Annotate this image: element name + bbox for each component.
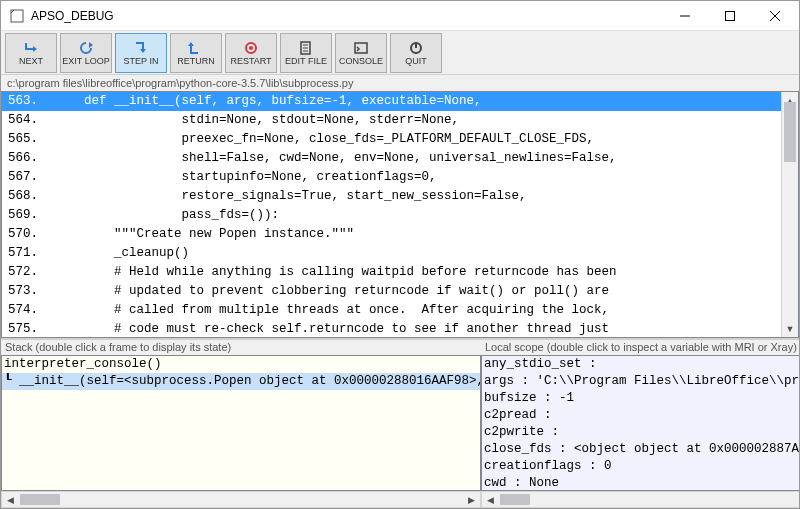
code-line[interactable]: 563. def __init__(self, args, bufsize=-1… (2, 92, 781, 111)
line-number: 567. (2, 168, 54, 187)
next-button[interactable]: NEXT (5, 33, 57, 73)
scope-variable[interactable]: creationflags : 0 (484, 458, 800, 475)
svg-marker-8 (188, 42, 194, 46)
line-number: 568. (2, 187, 54, 206)
restart-button[interactable]: RESTART (225, 33, 277, 73)
svg-point-10 (249, 46, 253, 50)
line-number: 564. (2, 111, 54, 130)
stack-frame[interactable]: ┖ __init__(self=<subprocess.Popen object… (2, 373, 480, 390)
svg-marker-5 (33, 46, 37, 52)
code-line[interactable]: 564. stdin=None, stdout=None, stderr=Non… (2, 111, 781, 130)
scope-variable[interactable]: cwd : None (484, 475, 800, 491)
scroll-thumb[interactable] (500, 494, 530, 505)
scroll-thumb[interactable] (784, 102, 796, 162)
toolbar-button-label: EXIT LOOP (62, 57, 109, 66)
line-text: startupinfo=None, creationflags=0, (54, 168, 781, 187)
stack-panel: Stack (double click a frame to display i… (1, 340, 481, 508)
console-icon (353, 40, 369, 56)
scope-variable[interactable]: c2pread : (484, 407, 800, 424)
svg-marker-6 (89, 42, 93, 48)
line-number: 573. (2, 282, 54, 301)
line-number: 571. (2, 244, 54, 263)
toolbar: NEXTEXIT LOOPSTEP INRETURNRESTARTEDIT FI… (1, 31, 799, 75)
exit-loop-icon (78, 40, 94, 56)
app-icon (9, 8, 25, 24)
toolbar-button-label: STEP IN (124, 57, 159, 66)
return-icon (188, 40, 204, 56)
scroll-thumb[interactable] (20, 494, 60, 505)
line-text: # called from multiple threads at once. … (54, 301, 781, 320)
line-text: _cleanup() (54, 244, 781, 263)
line-number: 572. (2, 263, 54, 282)
title-bar: APSO_DEBUG (1, 1, 799, 31)
code-line[interactable]: 571. _cleanup() (2, 244, 781, 263)
line-text: preexec_fn=None, close_fds=_PLATFORM_DEF… (54, 130, 781, 149)
line-text: def __init__(self, args, bufsize=-1, exe… (54, 92, 781, 111)
step-in-button[interactable]: STEP IN (115, 33, 167, 73)
code-line[interactable]: 567. startupinfo=None, creationflags=0, (2, 168, 781, 187)
scope-panel: Local scope (double click to inspect a v… (481, 340, 800, 508)
scope-variable[interactable]: any_stdio_set : (484, 356, 800, 373)
line-text: # updated to prevent clobbering returnco… (54, 282, 781, 301)
restart-icon (243, 40, 259, 56)
stack-panel-title: Stack (double click a frame to display i… (1, 340, 481, 355)
next-icon (23, 40, 39, 56)
code-line[interactable]: 575. # code must re-check self.returncod… (2, 320, 781, 337)
line-number: 575. (2, 320, 54, 337)
file-path: c:\program files\libreoffice\program\pyt… (1, 75, 799, 91)
edit-file-button[interactable]: EDIT FILE (280, 33, 332, 73)
lower-split: Stack (double click a frame to display i… (1, 338, 799, 508)
scope-variable[interactable]: bufsize : -1 (484, 390, 800, 407)
scope-horizontal-scrollbar[interactable]: ◀ ▶ (481, 491, 800, 508)
code-line[interactable]: 573. # updated to prevent clobbering ret… (2, 282, 781, 301)
window-title: APSO_DEBUG (31, 9, 114, 23)
close-button[interactable] (752, 2, 797, 30)
scope-panel-title: Local scope (double click to inspect a v… (481, 340, 800, 355)
toolbar-button-label: RETURN (177, 57, 215, 66)
step-in-icon (133, 40, 149, 56)
line-text: shell=False, cwd=None, env=None, univers… (54, 149, 781, 168)
scope-variable[interactable]: close_fds : <object object at 0x00000288… (484, 441, 800, 458)
toolbar-button-label: NEXT (19, 57, 43, 66)
line-text: restore_signals=True, start_new_session=… (54, 187, 781, 206)
quit-icon (408, 40, 424, 56)
code-line[interactable]: 570. """Create new Popen instance.""" (2, 225, 781, 244)
svg-rect-15 (355, 43, 367, 53)
stack-horizontal-scrollbar[interactable]: ◀ ▶ (1, 491, 481, 508)
line-number: 565. (2, 130, 54, 149)
toolbar-button-label: EDIT FILE (285, 57, 327, 66)
quit-button[interactable]: QUIT (390, 33, 442, 73)
line-text: # code must re-check self.returncode to … (54, 320, 781, 337)
code-editor[interactable]: 563. def __init__(self, args, bufsize=-1… (1, 91, 799, 338)
scroll-left-icon[interactable]: ◀ (482, 492, 499, 507)
code-vertical-scrollbar[interactable]: ▲ ▼ (781, 92, 798, 337)
toolbar-button-label: RESTART (230, 57, 271, 66)
code-line[interactable]: 566. shell=False, cwd=None, env=None, un… (2, 149, 781, 168)
minimize-button[interactable] (662, 2, 707, 30)
code-line[interactable]: 569. pass_fds=()): (2, 206, 781, 225)
scroll-down-icon[interactable]: ▼ (782, 320, 798, 337)
maximize-button[interactable] (707, 2, 752, 30)
stack-frame[interactable]: interpreter_console() (2, 356, 480, 373)
code-line[interactable]: 568. restore_signals=True, start_new_ses… (2, 187, 781, 206)
toolbar-button-label: QUIT (405, 57, 427, 66)
scroll-right-icon[interactable]: ▶ (463, 492, 480, 507)
return-button[interactable]: RETURN (170, 33, 222, 73)
toolbar-button-label: CONSOLE (339, 57, 383, 66)
scope-list[interactable]: any_stdio_set :args : 'C:\\Program Files… (481, 355, 800, 491)
code-line[interactable]: 574. # called from multiple threads at o… (2, 301, 781, 320)
scroll-left-icon[interactable]: ◀ (2, 492, 19, 507)
scope-variable[interactable]: args : 'C:\\Program Files\\LibreOffice\\… (484, 373, 800, 390)
line-number: 566. (2, 149, 54, 168)
line-text: stdin=None, stdout=None, stderr=None, (54, 111, 781, 130)
code-line[interactable]: 565. preexec_fn=None, close_fds=_PLATFOR… (2, 130, 781, 149)
scope-variable[interactable]: c2pwrite : (484, 424, 800, 441)
line-text: """Create new Popen instance.""" (54, 225, 781, 244)
line-number: 569. (2, 206, 54, 225)
code-line[interactable]: 572. # Held while anything is calling wa… (2, 263, 781, 282)
stack-list[interactable]: interpreter_console()┖ __init__(self=<su… (1, 355, 481, 491)
exit-loop-button[interactable]: EXIT LOOP (60, 33, 112, 73)
console-button[interactable]: CONSOLE (335, 33, 387, 73)
edit-file-icon (298, 40, 314, 56)
line-number: 563. (2, 92, 54, 111)
